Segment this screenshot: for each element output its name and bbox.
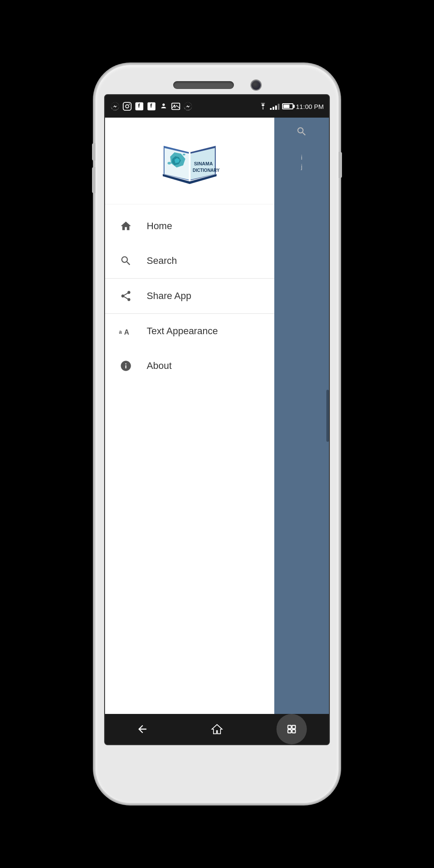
volume-down-button[interactable] — [92, 167, 95, 193]
svg-rect-20 — [292, 730, 296, 733]
about-label: About — [147, 360, 172, 372]
status-time: 11:00 PM — [296, 103, 324, 110]
svg-rect-19 — [288, 730, 291, 733]
search-icon — [118, 253, 134, 269]
drawer-menu: Home Search — [105, 204, 274, 714]
svg-point-12 — [183, 154, 185, 155]
menu-item-home[interactable]: Home — [105, 209, 274, 243]
messenger-icon — [110, 102, 120, 111]
battery-icon — [282, 103, 293, 109]
search-button-peek[interactable] — [292, 122, 311, 141]
home-label: Home — [147, 220, 172, 232]
messenger2-icon — [183, 102, 193, 111]
facebook-icon — [135, 102, 144, 111]
svg-point-11 — [168, 162, 171, 164]
svg-point-2 — [125, 105, 128, 108]
share-label: Share App — [147, 290, 191, 302]
svg-rect-17 — [288, 725, 291, 729]
front-camera — [251, 80, 261, 90]
alpha-j[interactable]: j — [301, 163, 302, 171]
phone-speaker — [173, 81, 234, 89]
svg-point-10 — [263, 108, 264, 110]
svg-rect-1 — [123, 102, 131, 110]
home-icon — [118, 218, 134, 234]
menu-item-search[interactable]: Search — [105, 243, 274, 278]
svg-text:A: A — [124, 329, 129, 336]
menu-item-about[interactable]: About — [105, 349, 274, 383]
search-label: Search — [147, 255, 177, 266]
wifi-icon — [259, 103, 267, 110]
status-icons-left — [110, 102, 193, 111]
gallery-icon — [171, 102, 181, 111]
status-icons-right: 11:00 PM — [259, 103, 324, 110]
main-content-peek: i j — [274, 118, 329, 714]
navigation-bar — [105, 714, 329, 744]
phone-device: 11:00 PM — [95, 65, 339, 803]
status-bar: 11:00 PM — [105, 95, 329, 118]
info-icon — [118, 358, 134, 374]
nav-drawer: SINAMA DICTIONARY — [105, 118, 274, 714]
menu-item-text-appearance[interactable]: a A Text Appearance — [105, 314, 274, 349]
svg-text:DICTIONARY: DICTIONARY — [193, 168, 220, 173]
svg-point-6 — [162, 104, 165, 106]
scroll-indicator — [326, 390, 329, 442]
book-logo-svg: SINAMA DICTIONARY — [155, 133, 224, 189]
share-icon — [118, 288, 134, 304]
back-button[interactable] — [127, 714, 158, 744]
alphabet-list: i j — [301, 154, 302, 171]
instagram-icon — [122, 102, 132, 111]
text-appearance-label: Text Appearance — [147, 326, 218, 337]
svg-text:SINAMA: SINAMA — [194, 161, 213, 166]
alpha-i[interactable]: i — [301, 154, 302, 161]
app-screen: SINAMA DICTIONARY — [105, 118, 329, 714]
facebook2-icon — [147, 102, 156, 111]
contacts-icon — [159, 102, 168, 111]
menu-item-share[interactable]: Share App — [105, 279, 274, 313]
power-button[interactable] — [339, 152, 342, 178]
phone-screen: 11:00 PM — [104, 94, 330, 745]
drawer-header: SINAMA DICTIONARY — [105, 118, 274, 204]
volume-up-button[interactable] — [92, 143, 95, 161]
home-button[interactable] — [202, 714, 232, 744]
phone-top — [104, 78, 330, 90]
svg-rect-18 — [292, 725, 296, 729]
signal-icon — [270, 103, 279, 110]
app-logo: SINAMA DICTIONARY — [155, 133, 224, 189]
text-size-icon: a A — [118, 323, 134, 339]
svg-text:a: a — [119, 329, 122, 335]
svg-point-3 — [129, 104, 130, 105]
recents-button[interactable] — [276, 714, 307, 744]
